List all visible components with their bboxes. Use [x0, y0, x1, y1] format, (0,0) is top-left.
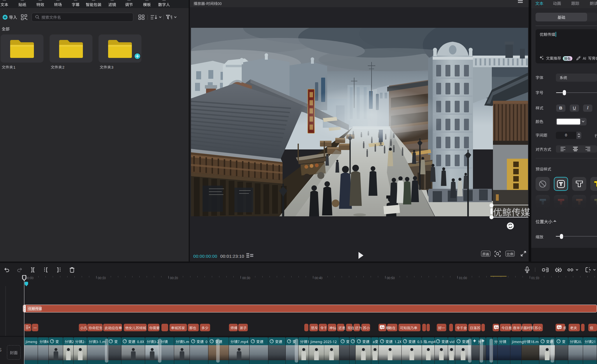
svg-text:Aa: Aa — [381, 326, 384, 329]
svg-text:Aa: Aa — [558, 326, 561, 329]
svg-text:Aa: Aa — [495, 326, 498, 329]
